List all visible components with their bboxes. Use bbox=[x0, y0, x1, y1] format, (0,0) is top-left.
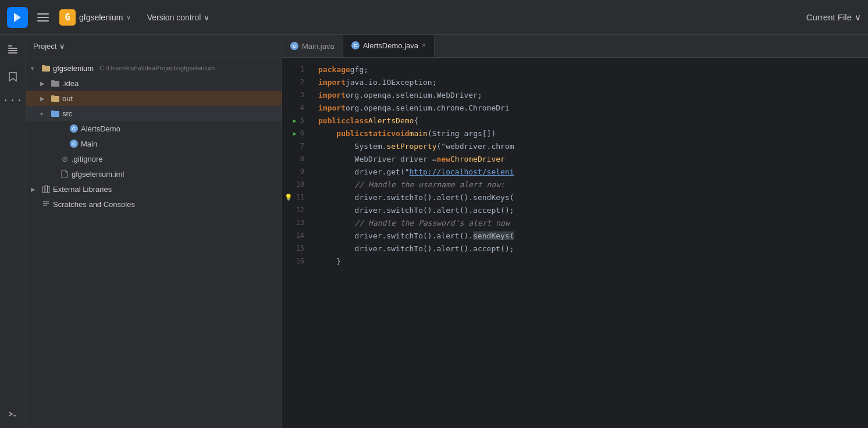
code-line-14: driver.switchTo().alert().sendKeys( bbox=[318, 229, 861, 242]
code-line-9: driver.get("http://localhost/seleni bbox=[318, 165, 861, 178]
svg-rect-4 bbox=[8, 50, 17, 51]
svg-rect-2 bbox=[8, 45, 12, 47]
tab-label: Main.java bbox=[302, 42, 335, 51]
sidebar: Project ∨ ▾ gfgselenium C:\Users\kisha\I… bbox=[26, 35, 282, 428]
folder-icon bbox=[41, 63, 51, 73]
line-number-11: 💡 11 bbox=[284, 191, 304, 204]
run-icon: ▶ bbox=[293, 117, 297, 124]
scratches-icon bbox=[41, 199, 51, 209]
code-line-5: public class AlertsDemo { bbox=[318, 114, 861, 127]
svg-rect-9 bbox=[48, 187, 50, 192]
code-line-11: driver.switchTo().alert().sendKeys( bbox=[318, 191, 861, 204]
tree-item-label: External Libraries bbox=[53, 185, 112, 194]
tree-item-label: .gitignore bbox=[72, 155, 102, 163]
sidebar-tree: ▾ gfgselenium C:\Users\kisha\IdeaProject… bbox=[26, 58, 282, 428]
svg-rect-8 bbox=[45, 186, 48, 192]
tree-item-out[interactable]: ▶ out bbox=[26, 91, 282, 106]
line-number-9: 9 bbox=[300, 165, 304, 178]
code-line-8: WebDriver driver = new ChromeDriver bbox=[318, 152, 861, 165]
project-title-text: Project bbox=[33, 42, 56, 51]
tree-item-label: .idea bbox=[62, 79, 79, 88]
project-name: gfgselenium bbox=[79, 13, 123, 22]
editor-tabs: C Main.java C AlertsDemo.java × bbox=[282, 35, 868, 58]
current-file-chevron-icon: ∨ bbox=[855, 12, 861, 23]
project-chevron-icon: ∨ bbox=[59, 42, 65, 51]
line-number-1: 1 bbox=[300, 63, 304, 76]
run-icon: ▶ bbox=[293, 130, 297, 137]
line-number-2: 2 bbox=[300, 76, 304, 88]
file-icon bbox=[60, 169, 69, 179]
folder-tree-icon[interactable] bbox=[3, 40, 22, 58]
code-editor[interactable]: package gfg; import java.io.IOException;… bbox=[311, 58, 868, 428]
project-title[interactable]: Project ∨ bbox=[33, 42, 65, 51]
main-area: ··· Project ∨ ▾ gfgselenium C:\User bbox=[0, 35, 868, 428]
hamburger-menu[interactable] bbox=[35, 11, 51, 24]
sidebar-header[interactable]: Project ∨ bbox=[26, 35, 282, 58]
version-control-chevron-icon: ∨ bbox=[204, 13, 209, 22]
line-number-5: ▶ 5 bbox=[293, 114, 304, 127]
tree-item-main[interactable]: C Main bbox=[26, 136, 282, 151]
tab-close-button[interactable]: × bbox=[422, 41, 426, 49]
line-number-6: ▶ 6 bbox=[293, 127, 304, 140]
tree-item-label: Scratches and Consoles bbox=[53, 200, 135, 209]
project-chevron-icon: ∨ bbox=[127, 13, 131, 22]
tree-item-label: out bbox=[62, 94, 73, 103]
svg-rect-3 bbox=[8, 48, 17, 49]
code-line-16: } bbox=[318, 255, 861, 268]
tree-item-label: src bbox=[62, 109, 72, 118]
code-line-2: import java.io.IOException; bbox=[318, 76, 861, 88]
library-icon bbox=[41, 184, 51, 194]
tree-item-iml[interactable]: gfgselenium.iml bbox=[26, 166, 282, 181]
editor-area: C Main.java C AlertsDemo.java × 1 2 3 4 … bbox=[282, 35, 868, 428]
tree-item-external-libs[interactable]: ▶ External Libraries bbox=[26, 181, 282, 197]
line-number-3: 3 bbox=[300, 88, 304, 101]
tree-item-label: gfgselenium bbox=[53, 64, 94, 73]
tree-item-gfgselenium[interactable]: ▾ gfgselenium C:\Users\kisha\IdeaProject… bbox=[26, 60, 282, 76]
version-control-label: Version control bbox=[147, 13, 201, 22]
tree-item-gitignore[interactable]: ⊘ .gitignore bbox=[26, 151, 282, 166]
version-control-button[interactable]: Version control ∨ bbox=[147, 13, 210, 22]
code-line-6: public static void main(String args[]) bbox=[318, 127, 861, 140]
current-file-label: Current File bbox=[806, 12, 852, 22]
arrow-icon: ▶ bbox=[31, 186, 39, 192]
folder-gray-icon bbox=[51, 79, 60, 88]
line-number-4: 4 bbox=[300, 101, 304, 114]
line-number-12: 12 bbox=[296, 204, 304, 216]
line-number-8: 8 bbox=[300, 152, 304, 165]
code-line-1: package gfg; bbox=[318, 63, 861, 76]
line-number-15: 15 bbox=[296, 242, 304, 255]
tab-alertsdemo-java[interactable]: C AlertsDemo.java × bbox=[343, 35, 435, 57]
arrow-icon: ▶ bbox=[40, 80, 48, 87]
code-line-7: System.setProperty("webdriver.chrom bbox=[318, 140, 861, 152]
tab-label: AlertsDemo.java bbox=[363, 41, 418, 50]
tree-item-scratches[interactable]: Scratches and Consoles bbox=[26, 197, 282, 212]
line-number-10: 10 bbox=[296, 178, 304, 191]
no-entry-icon: ⊘ bbox=[60, 154, 69, 163]
project-selector[interactable]: G gfgselenium ∨ bbox=[59, 9, 131, 26]
tree-item-idea[interactable]: ▶ .idea bbox=[26, 76, 282, 91]
folder-orange-icon bbox=[51, 94, 60, 103]
java-class-icon: C bbox=[69, 139, 79, 148]
svg-rect-7 bbox=[42, 187, 45, 192]
line-number-7: 7 bbox=[300, 140, 304, 152]
code-line-15: driver.switchTo().alert().accept(); bbox=[318, 242, 861, 255]
current-file-selector[interactable]: Current File ∨ bbox=[806, 12, 861, 23]
bookmarks-icon[interactable] bbox=[3, 67, 22, 86]
tree-item-src[interactable]: ▾ src bbox=[26, 106, 282, 121]
topbar: G gfgselenium ∨ Version control ∨ Curren… bbox=[0, 0, 868, 35]
tree-item-label: Main bbox=[81, 140, 97, 148]
java-class-icon: C bbox=[69, 124, 79, 133]
dots-icon[interactable]: ··· bbox=[3, 91, 22, 109]
terminal-icon[interactable] bbox=[3, 405, 22, 423]
arrow-icon: ▾ bbox=[40, 110, 48, 117]
code-line-13: // Handle the Password's alert now bbox=[318, 216, 861, 229]
code-line-12: driver.switchTo().alert().accept(); bbox=[318, 204, 861, 216]
svg-rect-5 bbox=[8, 52, 17, 54]
code-line-10: // Handle the username alert now: bbox=[318, 178, 861, 191]
tab-main-java[interactable]: C Main.java bbox=[282, 35, 343, 57]
project-badge: G bbox=[59, 9, 76, 26]
code-container: 1 2 3 4 ▶ 5 ▶ 6 7 8 9 10 💡 11 bbox=[282, 58, 868, 428]
java-icon: C bbox=[290, 42, 298, 50]
folder-blue-icon bbox=[51, 109, 60, 118]
tree-item-alertsdemo[interactable]: C AlertsDemo bbox=[26, 121, 282, 136]
